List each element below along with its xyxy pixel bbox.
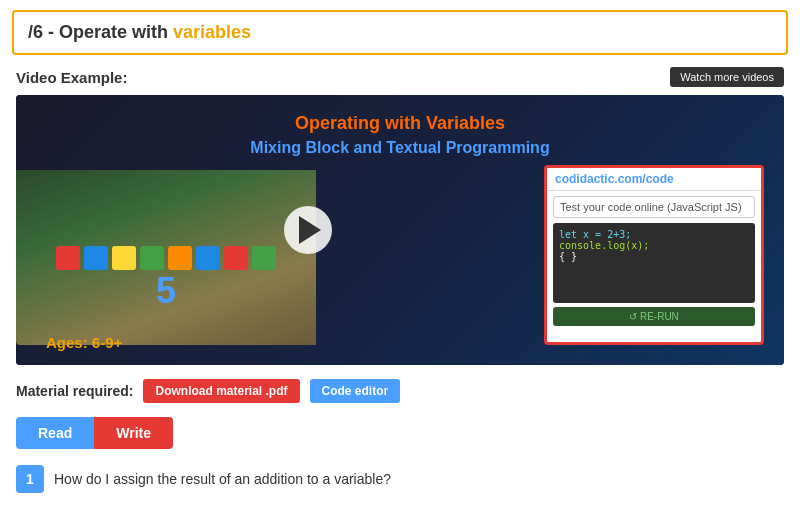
material-label: Material required:: [16, 383, 133, 399]
panel-code: let x = 2+3; console.log(x); { }: [553, 223, 755, 303]
play-icon: [299, 216, 321, 244]
main-content: Video Example: Watch more videos Operati…: [0, 67, 800, 493]
question-text-1: How do I assign the result of an additio…: [54, 471, 391, 487]
block-blue2: [196, 246, 220, 270]
video-title-main: Operating with Variables: [16, 113, 784, 134]
block-green2: [252, 246, 276, 270]
download-material-button[interactable]: Download material .pdf: [143, 379, 299, 403]
video-ages: Ages: 6-9+: [46, 334, 122, 351]
tabs-row: Read Write: [16, 417, 784, 449]
code-editor-button[interactable]: Code editor: [310, 379, 401, 403]
video-left-area: [16, 170, 316, 345]
video-title-sub: Mixing Block and Textual Programming: [16, 139, 784, 157]
blocks-visual: [56, 246, 276, 270]
video-container[interactable]: Operating with Variables Mixing Block an…: [16, 95, 784, 365]
block-red: [56, 246, 80, 270]
material-row: Material required: Download material .pd…: [16, 379, 784, 403]
question-badge-1: 1: [16, 465, 44, 493]
panel-input-placeholder: Test your code online (JavaScript JS): [553, 196, 755, 218]
header-prefix: /6 - Operate with: [28, 22, 173, 42]
block-yellow: [112, 246, 136, 270]
re-run-button[interactable]: ↺ RE-RUN: [553, 307, 755, 326]
video-label: Video Example:: [16, 69, 127, 86]
code-line-3: { }: [559, 251, 749, 262]
video-number: 5: [156, 270, 176, 312]
page-header: /6 - Operate with variables: [12, 10, 788, 55]
code-line-2: console.log(x);: [559, 240, 749, 251]
panel-url: codidactic.com/code: [547, 168, 761, 191]
block-orange: [168, 246, 192, 270]
watch-more-button[interactable]: Watch more videos: [670, 67, 784, 87]
tab-read[interactable]: Read: [16, 417, 94, 449]
video-right-panel: codidactic.com/code Test your code onlin…: [544, 165, 764, 345]
question-row-1: 1 How do I assign the result of an addit…: [16, 465, 784, 493]
block-red2: [224, 246, 248, 270]
tab-write[interactable]: Write: [94, 417, 173, 449]
video-inner: Operating with Variables Mixing Block an…: [16, 95, 784, 365]
header-highlight: variables: [173, 22, 251, 42]
block-blue: [84, 246, 108, 270]
block-green: [140, 246, 164, 270]
code-line-1: let x = 2+3;: [559, 229, 749, 240]
video-label-row: Video Example: Watch more videos: [16, 67, 784, 87]
play-button[interactable]: [284, 206, 332, 254]
